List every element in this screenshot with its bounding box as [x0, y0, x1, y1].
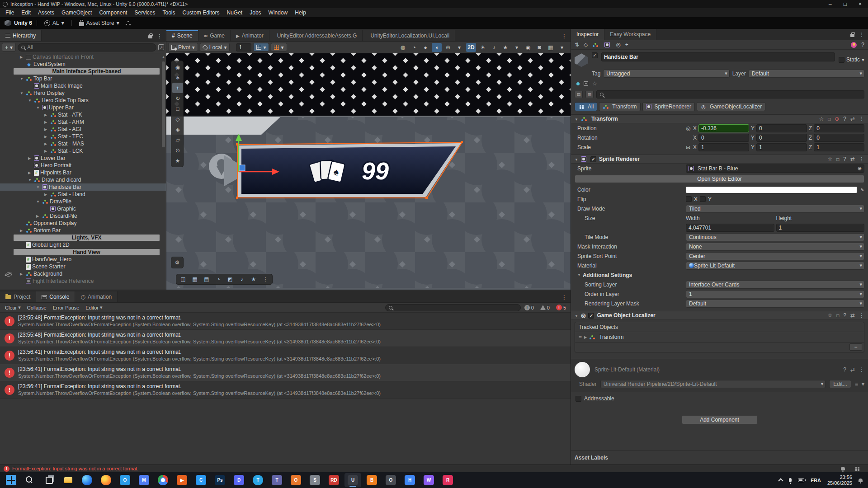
help-icon[interactable] [843, 366, 846, 373]
foldout-arrow-icon[interactable] [44, 149, 50, 153]
snap-overlay-toggle[interactable]: ▤ [201, 275, 212, 284]
sprite-edit-tool[interactable]: ▱ [172, 135, 183, 145]
console-log-entry[interactable]: [23:56:41] FormatException: Input string… [0, 347, 571, 364]
foldout-arrow-icon[interactable] [36, 185, 42, 189]
foldout-arrow-icon[interactable] [28, 171, 34, 175]
progress-grid-icon[interactable] [855, 466, 860, 471]
hierarchy-item[interactable]: Fight Interface Reference [0, 277, 166, 285]
console-log-entry[interactable]: [23:55:48] FormatException: Input string… [0, 330, 571, 347]
y-field[interactable]: 0 [756, 134, 807, 142]
material-preview-swatch[interactable] [575, 362, 590, 377]
kebab-menu-icon[interactable] [561, 294, 567, 300]
add-tool-icon[interactable] [625, 42, 628, 48]
object-picker-icon[interactable] [858, 166, 862, 171]
view-tab[interactable]: UnityEditor.Localization.UI.Locali [363, 30, 455, 41]
property-dropdown[interactable]: Center [686, 252, 864, 260]
y-field[interactable]: 0 [756, 124, 807, 132]
menu-item[interactable]: Window [265, 8, 292, 17]
cube-tool-icon[interactable]: ◇ [584, 42, 588, 48]
warning-count-badge[interactable]: 0 [538, 305, 552, 310]
tray-chevron-icon[interactable] [778, 478, 783, 483]
mail-app[interactable]: M [136, 473, 152, 487]
edit-shader-button[interactable]: Edit... [829, 380, 851, 388]
foldout-arrow-icon[interactable]: ▶ [584, 335, 587, 339]
info-count-badge[interactable]: 0 [522, 305, 537, 310]
help-icon[interactable] [861, 42, 864, 48]
rider-ide[interactable]: R [439, 473, 456, 487]
hierarchy-item[interactable]: Top Bar [0, 75, 166, 82]
help-icon[interactable] [843, 156, 846, 162]
telegram[interactable]: T [250, 473, 266, 487]
probe-tool[interactable]: ⊙ [172, 145, 183, 155]
chevron-down-icon[interactable] [862, 381, 864, 387]
width-field[interactable]: 4.047701 [686, 224, 774, 232]
hierarchy-item[interactable]: Opponent Display [0, 220, 166, 227]
audio-overlay-toggle[interactable]: ♪ [236, 275, 247, 284]
console-toolbar-button[interactable]: Editor [82, 304, 105, 312]
foldout-arrow-icon[interactable] [36, 106, 42, 110]
shaded-mode-icon[interactable]: ◍ [398, 43, 408, 52]
hierarchy-item[interactable]: Hand View [0, 249, 166, 256]
static-dropdown-icon[interactable] [862, 56, 864, 63]
magic-tool[interactable]: W [420, 473, 437, 487]
static-checkbox[interactable] [839, 57, 844, 63]
label-icon[interactable] [584, 81, 588, 86]
menu-item[interactable]: GameObject [58, 8, 95, 17]
gizmos-dropdown-icon[interactable]: ▾ [557, 43, 567, 52]
scene-camera-icon[interactable]: ◙ [534, 43, 544, 52]
effects-dropdown-icon[interactable]: ▾ [512, 43, 522, 52]
fx-overlay-toggle[interactable]: ★ [248, 275, 259, 284]
kebab-menu-icon[interactable] [157, 33, 162, 39]
view-tab[interactable]: Scene [166, 30, 198, 41]
version-control-icon[interactable] [126, 21, 131, 26]
kebab-menu-icon[interactable] [859, 116, 864, 122]
language-indicator[interactable]: FRA [811, 478, 821, 483]
minimize-button[interactable]: – [829, 1, 832, 7]
asset-store-dropdown[interactable]: Asset Store [76, 19, 122, 27]
scene-lighting-icon[interactable]: ◖ [432, 43, 442, 52]
foldout-arrow-icon[interactable] [575, 156, 578, 162]
move-tool[interactable]: + [172, 83, 183, 93]
grid-snapping-toggle[interactable] [253, 43, 269, 52]
gameobject-name-field[interactable]: Handsize Bar [601, 52, 835, 61]
taskbar-clock[interactable]: 23:56 25/06/2025 [827, 474, 852, 486]
view-tool[interactable]: ◉ [172, 62, 183, 72]
chrome-browser[interactable] [155, 473, 171, 487]
eyedropper-icon[interactable] [857, 187, 864, 193]
tab-animation[interactable]: Animation [75, 291, 118, 302]
blender[interactable]: B [363, 473, 380, 487]
hierarchy-item[interactable]: EventSystem [0, 61, 166, 68]
menu-item[interactable]: Jobs [246, 8, 264, 17]
inspector-tab[interactable]: Easy Workspace [604, 29, 656, 40]
property-dropdown[interactable]: Sprite-Lit-Default [686, 262, 864, 270]
hierarchy-item[interactable]: DiscardPile [0, 212, 166, 220]
hierarchy-item[interactable]: Hero Side Top Bars [0, 97, 166, 104]
scrollbar-thumb[interactable] [162, 61, 165, 147]
foldout-arrow-icon[interactable] [20, 77, 26, 81]
avatar-icon[interactable] [851, 42, 857, 48]
status-message[interactable]: FormatException: Input string was not in… [12, 466, 138, 471]
z-field[interactable]: 1 [814, 143, 864, 151]
foldout-arrow-icon[interactable] [575, 312, 578, 319]
hierarchy-item[interactable]: Lights, VFX [0, 234, 166, 241]
add-component-button[interactable]: Add Component [682, 415, 758, 424]
kebab-menu-icon[interactable] [859, 312, 864, 319]
clipboard-icon[interactable]: ▥ [585, 91, 594, 98]
kebab-menu-icon[interactable] [859, 366, 864, 373]
scale-tool[interactable]: ◇ [172, 114, 183, 124]
kebab-menu-icon[interactable] [859, 32, 864, 38]
scene-visibility-icon[interactable]: ◉ [523, 43, 533, 52]
component-chip[interactable]: Transform [599, 102, 640, 111]
console-search-input[interactable] [385, 304, 521, 311]
transform-tool[interactable]: ◈ [172, 124, 183, 135]
remote-desktop[interactable]: RD [326, 473, 342, 487]
hierarchy-scrollbar[interactable]: ▲ ▼ [162, 55, 165, 290]
popout-icon[interactable] [158, 44, 164, 50]
pan-tool[interactable]: ∗ [172, 72, 183, 83]
menu-item[interactable]: Custom Editors [179, 8, 223, 17]
view-tab[interactable]: UnityEditor.AddressableAssets.G [269, 30, 363, 41]
property-dropdown[interactable]: None [686, 243, 864, 251]
presets-icon[interactable] [850, 156, 855, 162]
favorite-star-icon[interactable] [592, 80, 597, 87]
console-log-entry[interactable]: [23:56:41] FormatException: Input string… [0, 381, 571, 399]
